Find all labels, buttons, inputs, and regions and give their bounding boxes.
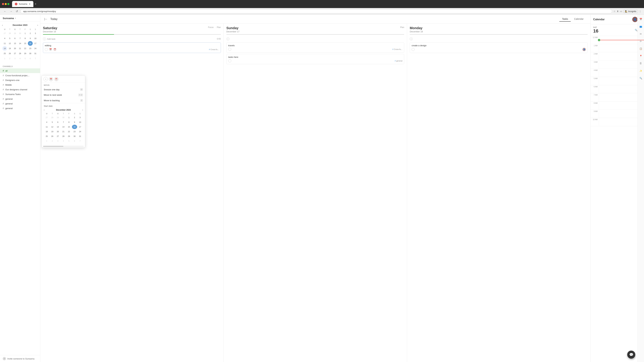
cal-day[interactable]: 3 xyxy=(33,31,38,36)
cal-day-today[interactable]: 16 xyxy=(28,41,32,46)
picker-prev-btn[interactable]: ‹ xyxy=(44,109,44,111)
logo-dropdown-icon[interactable]: ▾ xyxy=(15,17,16,19)
cal-day[interactable]: 7 xyxy=(18,36,22,41)
ctx-clock-btn[interactable]: ⏰ xyxy=(54,77,58,81)
picker-day-today[interactable]: 16 xyxy=(72,125,77,129)
picker-day[interactable]: 28 xyxy=(50,115,55,120)
task-check-travels[interactable] xyxy=(228,48,231,51)
picker-day[interactable]: 23 xyxy=(72,129,77,134)
sidebar-item-middle[interactable]: # Middle xyxy=(0,82,40,87)
sync-side-icon[interactable]: ⟳ xyxy=(638,39,643,43)
picker-next-btn[interactable]: › xyxy=(82,109,83,111)
notes-side-icon[interactable]: 📋 xyxy=(638,46,643,51)
picker-day[interactable]: 28 xyxy=(61,134,66,138)
tab-calendar[interactable]: Calendar xyxy=(572,16,586,22)
cal-day[interactable]: 29 xyxy=(12,31,17,36)
cal-day[interactable]: 28 xyxy=(18,51,22,56)
cal-day[interactable]: 3 xyxy=(12,56,17,61)
forward-btn[interactable]: → xyxy=(9,9,14,13)
cal-day[interactable]: 5 xyxy=(8,36,12,41)
cal-day[interactable]: 31 xyxy=(33,51,38,56)
today-btn[interactable]: Today xyxy=(50,17,58,21)
task-check-create-design[interactable] xyxy=(412,48,414,51)
picker-day[interactable]: 12 xyxy=(50,125,55,129)
cal-day[interactable]: 8 xyxy=(23,36,28,41)
cal-day[interactable]: 27 xyxy=(12,51,17,56)
add-task-btn-sunday[interactable]: + xyxy=(226,37,230,40)
sidebar-item-all[interactable]: # all xyxy=(0,68,40,73)
cal-day[interactable]: 6 xyxy=(28,56,32,61)
plan-link-sunday[interactable]: Plan xyxy=(400,26,404,28)
add-task-btn-saturday[interactable]: + Add task xyxy=(43,37,56,40)
picker-day[interactable]: 24 xyxy=(78,129,83,134)
picker-day[interactable]: 5 xyxy=(66,139,72,143)
cal-day[interactable]: 29 xyxy=(23,51,28,56)
search-side-icon[interactable]: 🔍 xyxy=(638,76,643,80)
cal-day[interactable]: 19 xyxy=(8,46,12,51)
user-avatar[interactable]: 👤 xyxy=(632,17,638,22)
cal-day[interactable]: 2 xyxy=(8,56,12,61)
cal-day[interactable]: 30 xyxy=(18,31,22,36)
sparkle-side-icon[interactable]: ✨ xyxy=(638,68,643,73)
sidebar-item-our-designers[interactable]: # Our designers channel xyxy=(0,87,40,92)
cal-day[interactable]: 4 xyxy=(2,36,7,41)
cal-day[interactable]: 25 xyxy=(2,51,7,56)
picker-day[interactable]: 15 xyxy=(66,125,72,129)
cal-day[interactable]: 4 xyxy=(18,56,22,61)
picker-day[interactable]: 6 xyxy=(72,139,77,143)
task-card-create-design[interactable]: create a design 👤 xyxy=(410,42,588,53)
location-side-icon[interactable]: 📍 xyxy=(638,54,643,58)
picker-day[interactable]: 1 xyxy=(66,115,72,120)
cal-day[interactable]: 5 xyxy=(23,56,28,61)
picker-day[interactable]: 27 xyxy=(55,134,60,138)
extensions-icon[interactable]: ▭ xyxy=(620,10,622,12)
picker-day[interactable]: 31 xyxy=(78,134,83,138)
sidebar-item-general-1[interactable]: # general xyxy=(0,96,40,101)
cal-day[interactable]: 6 xyxy=(12,36,17,41)
calendar-icon-editing[interactable]: 📅 xyxy=(49,48,52,51)
download-icon[interactable]: ⬇ xyxy=(617,10,619,12)
cal-day[interactable]: 28 xyxy=(8,31,12,36)
cal-day[interactable]: 30 xyxy=(28,51,32,56)
cal-day[interactable]: 1 xyxy=(2,56,7,61)
mail-side-icon[interactable]: ✉ xyxy=(638,31,643,36)
menu-icon[interactable]: ⋮ xyxy=(639,10,641,12)
picker-day[interactable]: 10 xyxy=(78,120,83,124)
task-card-travels[interactable]: travels # Cross-fu... xyxy=(226,42,404,53)
cal-day[interactable]: 26 xyxy=(8,51,12,56)
picker-day[interactable]: 21 xyxy=(61,129,66,134)
cal-day[interactable]: 23 xyxy=(28,46,32,51)
cal-day[interactable]: 7 xyxy=(33,56,38,61)
snooze-one-day-item[interactable]: Snooze one day D xyxy=(42,87,85,92)
picker-day[interactable]: 8 xyxy=(66,120,72,124)
task-check-editing[interactable] xyxy=(45,48,48,51)
picker-day[interactable]: 25 xyxy=(44,134,49,138)
picker-day[interactable]: 20 xyxy=(55,129,60,134)
ctx-calendar-btn[interactable]: 📅 xyxy=(49,77,53,81)
picker-day[interactable]: 3 xyxy=(78,115,83,120)
cal-day[interactable]: 2 xyxy=(28,31,32,36)
sidebar-item-general-2[interactable]: # general xyxy=(0,101,40,106)
picker-day[interactable]: 4 xyxy=(44,120,49,124)
back-btn[interactable]: ← xyxy=(3,9,8,13)
chat-fab-btn[interactable]: 💬 xyxy=(627,351,635,359)
sidebar-item-cross-functional[interactable]: # Cross-functional projec... xyxy=(0,73,40,78)
mini-cal-prev-btn[interactable]: ‹ xyxy=(2,24,3,26)
cal-day[interactable]: 21 xyxy=(18,46,22,51)
reload-btn[interactable]: ↺ xyxy=(15,9,19,13)
task-card-tasks-here[interactable]: tasks here # general xyxy=(226,54,404,64)
picker-day[interactable]: 14 xyxy=(61,125,66,129)
picker-day[interactable]: 30 xyxy=(72,134,77,138)
picker-day[interactable]: 22 xyxy=(66,129,72,134)
cal-day[interactable]: 1 xyxy=(23,31,28,36)
picker-day[interactable]: 19 xyxy=(50,129,55,134)
sidebar-item-general-3[interactable]: # general xyxy=(0,106,40,111)
address-bar[interactable]: app.sunsama.com/group/moodjoy xyxy=(20,9,612,13)
picker-day[interactable]: 29 xyxy=(66,134,72,138)
browser-tab[interactable]: Sunsama ✕ xyxy=(12,1,33,7)
move-next-week-item[interactable]: Move to next week ⇧ Z xyxy=(42,92,85,98)
archive-side-icon[interactable]: 🗄 xyxy=(638,61,643,66)
picker-day[interactable]: 7 xyxy=(61,120,66,124)
mini-cal-next-btn[interactable]: › xyxy=(37,24,38,26)
zoom-in-icon[interactable]: 🔍 xyxy=(635,29,638,31)
